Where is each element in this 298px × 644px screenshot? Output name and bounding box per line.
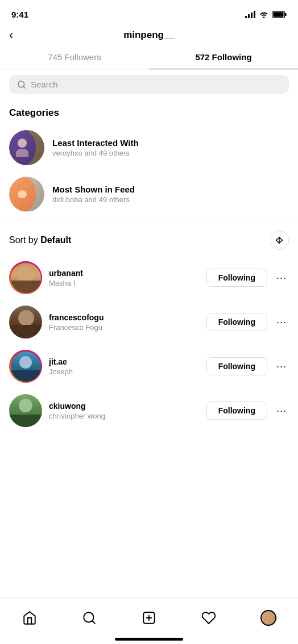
user-info-urbanant: urbanant Masha I: [49, 269, 200, 287]
user-info-francescofogu: francescofogu Francesco Fogu: [49, 313, 200, 332]
bar1: [245, 16, 247, 18]
category-most-sublabel: didi.boba and 49 others: [52, 195, 135, 204]
fullname: Francesco Fogu: [49, 323, 200, 332]
section-divider: [0, 220, 298, 220]
username: ckiuwong: [49, 402, 200, 411]
bar2: [248, 14, 250, 18]
tab-followers[interactable]: 745 Followers: [0, 45, 149, 69]
wifi-icon: [259, 10, 269, 18]
more-button-urbanant[interactable]: ···: [274, 272, 289, 284]
new-post-icon: [142, 610, 156, 625]
profile-avatar: [260, 610, 276, 626]
home-icon: [22, 610, 37, 625]
more-button-francescofogu[interactable]: ···: [274, 316, 289, 328]
fullname: christopher wong: [49, 412, 200, 420]
user-info-jit-ae: jit.ae Joseph: [49, 357, 200, 376]
category-least-sublabel: veroyhxo and 49 others: [52, 149, 139, 157]
home-indicator: [115, 638, 183, 641]
user-list: urbanant Masha I Following ··· francesco…: [0, 256, 298, 433]
svg-rect-1: [285, 13, 287, 16]
more-button-ckiuwong[interactable]: ···: [274, 405, 289, 417]
nav-search[interactable]: [60, 610, 119, 625]
fullname: Joseph: [49, 367, 200, 376]
sort-bar: Sort by Default: [0, 223, 298, 256]
categories-title: Categories: [0, 99, 298, 124]
following-button-jit-ae[interactable]: Following: [206, 357, 267, 375]
user-avatar-ckiuwong[interactable]: [9, 394, 42, 427]
user-avatar-jit-ae[interactable]: [9, 350, 42, 383]
category-most-shown[interactable]: Most Shown in Feed didi.boba and 49 othe…: [0, 171, 298, 218]
category-most-avatar: [9, 177, 44, 212]
battery-icon: [272, 11, 287, 18]
nav-home[interactable]: [0, 610, 60, 625]
user-item: ckiuwong christopher wong Following ···: [0, 388, 298, 433]
user-item: francescofogu Francesco Fogu Following ·…: [0, 300, 298, 344]
sort-value: Default: [40, 235, 71, 245]
user-avatar-francescofogu[interactable]: [9, 306, 42, 338]
nav-new-post[interactable]: [119, 610, 179, 625]
username: jit.ae: [49, 357, 200, 366]
category-most-text: Most Shown in Feed didi.boba and 49 othe…: [52, 185, 135, 204]
search-box[interactable]: Search: [9, 75, 289, 94]
more-button-jit-ae[interactable]: ···: [274, 361, 289, 373]
bar4: [254, 11, 255, 18]
category-least-interacted[interactable]: Least Interacted With veroyhxo and 49 ot…: [0, 124, 298, 171]
category-least-avatar: [9, 130, 44, 165]
category-least-label: Least Interacted With: [52, 138, 139, 148]
svg-line-4: [23, 86, 25, 88]
heart-icon: [201, 610, 216, 625]
search-nav-icon: [82, 610, 97, 625]
bar3: [251, 12, 253, 18]
svg-line-8: [92, 621, 95, 624]
search-placeholder: Search: [31, 80, 58, 89]
status-time: 9:41: [11, 10, 28, 19]
following-button-urbanant[interactable]: Following: [206, 269, 267, 287]
category-most-label: Most Shown in Feed: [52, 185, 135, 194]
user-info-ckiuwong: ckiuwong christopher wong: [49, 402, 200, 420]
user-item: jit.ae Joseph Following ···: [0, 344, 298, 388]
username: francescofogu: [49, 313, 200, 322]
signal-bars-icon: [245, 11, 255, 18]
bottom-nav: [0, 597, 298, 644]
following-button-francescofogu[interactable]: Following: [206, 313, 267, 331]
user-avatar-urbanant[interactable]: [9, 261, 42, 294]
category-least-text: Least Interacted With veroyhxo and 49 ot…: [52, 138, 139, 157]
sort-toggle-button[interactable]: [270, 231, 289, 250]
back-button[interactable]: ‹: [9, 28, 13, 43]
search-icon: [17, 80, 26, 89]
tab-following[interactable]: 572 Following: [149, 45, 298, 69]
nav-profile[interactable]: [238, 610, 298, 626]
fullname: Masha I: [49, 279, 200, 287]
svg-rect-2: [273, 12, 283, 16]
nav-activity[interactable]: [179, 610, 238, 625]
user-item: urbanant Masha I Following ···: [0, 256, 298, 300]
sort-arrows-icon: [274, 235, 284, 245]
status-icons: [245, 10, 287, 18]
username: urbanant: [49, 269, 200, 278]
header: ‹ minpeng__: [0, 25, 298, 45]
page-title: minpeng__: [123, 30, 175, 41]
search-container: Search: [0, 69, 298, 99]
following-button-ckiuwong[interactable]: Following: [206, 402, 267, 420]
categories-section: Categories Lea: [0, 99, 298, 218]
tabs-bar: 745 Followers 572 Following: [0, 45, 298, 69]
sort-label: Sort by Default: [9, 235, 71, 245]
status-bar: 9:41: [0, 0, 298, 25]
